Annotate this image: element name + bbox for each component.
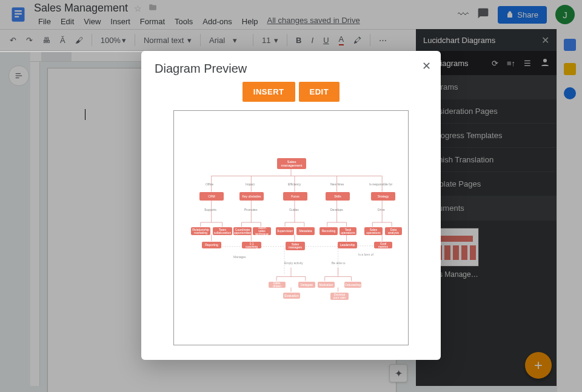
diagram-node: Key obstacles [239,192,264,201]
edge-label: New hires [330,182,344,186]
edge-label: Is a form of [358,253,373,256]
edge-label: Promotes [244,208,257,211]
diagram-node: Sales operations [364,227,383,235]
diagram-node: Data-driven [269,282,286,288]
diagram-node: Motivation [318,282,335,288]
modal-backdrop: Diagram Preview ✕ INSERT EDIT 👆 [0,0,582,392]
edge-label: Drive [378,208,385,211]
diagram-node: Sales management [277,158,306,169]
diagram-node: Onboarding [344,282,361,288]
diagram-node: Leadership [338,242,357,248]
diagram-preview: Sales management Office Impact Efficienc… [173,110,409,345]
edge-label: Office [206,182,213,186]
edge-label: Empty activity [284,261,303,265]
diagram-node: Focus [283,192,307,201]
diagram-node: 1:1 coaching [242,242,261,248]
diagram-node: Skills [326,192,350,201]
diagram-node: Strategy [371,192,395,201]
diagram-node: Sales managers [286,242,305,250]
diagram-node: Reporting [202,242,221,248]
diagram-node: Teach sales technique [253,227,271,235]
edit-button[interactable]: EDIT [299,82,340,102]
insert-button[interactable]: INSERT [242,82,295,102]
diagram-node: Team collaboration [213,227,232,235]
edge-label: Develops [330,208,343,211]
edge-label: Is responsible for [369,182,392,186]
edge-label: Manages [233,255,246,259]
diagram-node: Metadata [296,227,315,235]
diagram-node: Recruiting [319,227,338,235]
diagram-node: Relationship marketing [191,227,210,235]
diagram-node: CRM [199,192,224,201]
edge-label: Guides [289,208,299,211]
edge-label: Efficiency [288,182,301,186]
diagram-node: Evaluation [283,293,300,299]
diagram-node: Develop your own [330,293,349,300]
modal-close-icon[interactable]: ✕ [422,59,431,73]
diagram-node: Task operations [340,227,356,235]
diagram-node: Supervision [276,227,294,235]
edge-label: Impact [246,182,255,186]
modal-title: Diagram Preview [155,62,427,76]
diagram-node: Data analysis [385,227,402,235]
diagram-node: Delegate [298,282,315,288]
edge-label: Supports [204,208,216,211]
diagram-node: Goal metrics [374,242,392,248]
edge-label: Be able to [332,261,346,265]
diagram-node: Coordinate opportunities [233,227,252,235]
diagram-preview-modal: Diagram Preview ✕ INSERT EDIT 👆 [141,51,441,360]
